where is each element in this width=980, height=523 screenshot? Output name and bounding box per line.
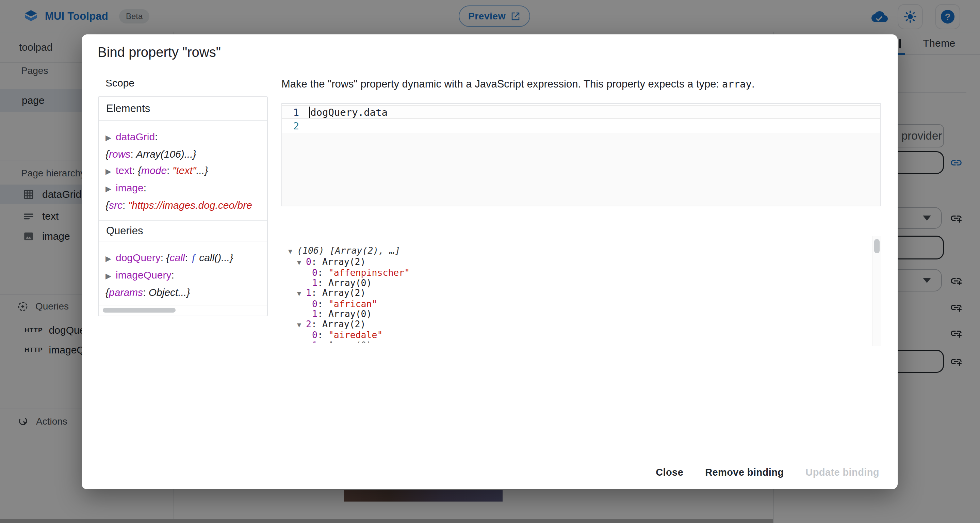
dialog-title: Bind property "rows" [98,45,221,60]
dialog-description: Make the "rows" property dynamic with a … [282,78,887,91]
tree-item-imagequery[interactable]: ▶imageQuery: [99,267,267,284]
expand-arrow-icon[interactable]: ▶ [105,268,116,284]
expand-arrow-icon[interactable]: ▶ [105,163,116,180]
tree-item-image[interactable]: ▶image: [99,180,267,197]
close-button[interactable]: Close [649,461,689,483]
text-cursor [309,107,310,118]
result-row: 1: Array(0) [282,309,872,319]
queries-tree: ▶dogQuery: {call: ƒ call()...} ▶imageQue… [99,250,267,301]
line-number: 2 [282,120,299,132]
remove-binding-button[interactable]: Remove binding [699,461,790,483]
elements-section-header: Elements [99,97,267,121]
horizontal-scrollbar[interactable] [99,305,267,314]
expand-arrow-icon[interactable]: ▼ [288,247,297,257]
editor-empty-area [282,133,880,206]
queries-section-header: Queries [99,220,267,241]
result-row[interactable]: ▼1: Array(2) [282,288,872,299]
expand-arrow-icon[interactable]: ▼ [297,320,306,330]
expand-arrow-icon[interactable]: ▶ [105,181,116,197]
update-binding-button[interactable]: Update binding [799,461,885,483]
result-row: 1: Array(0) [282,340,872,343]
dialog-footer: Close Remove binding Update binding [649,461,885,483]
tree-item-imagequery-preview: {params: Object...} [99,284,267,301]
result-row[interactable]: ▼2: Array(2) [282,319,872,330]
scrollbar-thumb[interactable] [874,239,880,254]
vertical-scrollbar[interactable] [872,236,881,346]
tree-item-datagrid-preview: {rows: Array(106)...} [99,146,267,163]
result-row: 0: "african" [282,299,872,309]
scope-panel: Elements ▶dataGrid: {rows: Array(106)...… [98,96,268,316]
evaluation-result-tree: ▼(106) [Array(2), …] ▼0: Array(2) 0: "af… [282,236,872,343]
result-row: 1: Array(0) [282,278,872,288]
result-root-row[interactable]: ▼(106) [Array(2), …] [282,246,872,257]
editor-active-line: 1 dogQuery.data [282,105,880,119]
line-number: 1 [282,107,299,118]
expected-type: array [722,78,752,90]
scope-heading: Scope [105,77,134,89]
expand-arrow-icon[interactable]: ▼ [297,258,306,268]
result-row[interactable]: ▼0: Array(2) [282,257,872,268]
expand-arrow-icon[interactable]: ▶ [105,250,116,267]
tree-item-dogquery[interactable]: ▶dogQuery: {call: ƒ call()...} [99,250,267,267]
result-row: 0: "affenpinscher" [282,268,872,278]
result-row: 0: "airedale" [282,330,872,340]
tree-item-datagrid[interactable]: ▶dataGrid: [99,129,267,146]
scrollbar-thumb[interactable] [103,308,176,313]
editor-code: dogQuery.data [310,107,388,118]
expand-arrow-icon[interactable]: ▼ [297,289,306,299]
expand-arrow-icon[interactable]: ▶ [105,130,116,146]
tree-item-image-preview: {src: "https://images.dog.ceo/bre [99,197,267,214]
bind-property-dialog: Bind property "rows" Scope Elements ▶dat… [82,34,898,489]
expression-editor[interactable]: 1 dogQuery.data 2 [282,103,881,206]
tree-item-text[interactable]: ▶text: {mode: "text"...} [99,163,267,180]
elements-tree: ▶dataGrid: {rows: Array(106)...} ▶text: … [99,129,267,214]
